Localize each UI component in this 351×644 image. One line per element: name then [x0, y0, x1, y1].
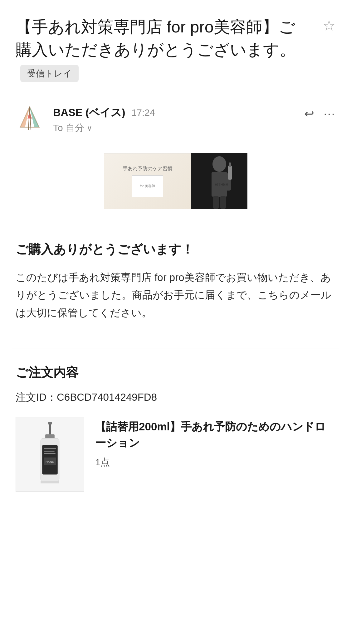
order-section-title: ご注文内容 [16, 364, 335, 381]
action-buttons: ↩ ··· [304, 104, 335, 121]
svg-rect-26 [41, 481, 59, 483]
sender-time: 17:24 [132, 107, 155, 118]
banner-left-card: for 美容師 [132, 175, 163, 197]
banner-left-text: 手あれ予防のケア習慣 [123, 166, 173, 172]
sender-avatar [16, 104, 44, 132]
svg-rect-21 [44, 448, 56, 449]
svg-rect-23 [44, 453, 56, 454]
product-name: 【詰替用200ml】手あれ予防のためのハンドローション [95, 419, 335, 451]
svg-text:EITHER: EITHER [215, 182, 228, 187]
banner-composite: 手あれ予防のケア習慣 for 美容師 [104, 153, 247, 209]
email-container: 【手あれ対策専門店 for pro美容師】ご購入いただきありがとうございます。 … [0, 0, 351, 504]
product-item: HAND 【詰替用200ml】手あれ予防のためのハンドローション 1点 [16, 417, 335, 492]
svg-rect-16 [48, 422, 52, 424]
more-button[interactable]: ··· [324, 107, 335, 121]
email-title: 【手あれ対策専門店 for pro美容師】ご購入いただきありがとうございます。 … [16, 16, 335, 84]
svg-rect-13 [213, 196, 219, 209]
sender-name-row: BASE (ベイス) 17:24 [53, 105, 295, 120]
order-id: 注文ID：C6BCD74014249FD8 [16, 390, 335, 404]
sender-to[interactable]: To 自分 ∨ [53, 122, 295, 134]
svg-rect-10 [228, 166, 232, 180]
order-section: ご注文内容 注文ID：C6BCD74014249FD8 [0, 355, 351, 504]
svg-rect-17 [49, 424, 51, 435]
banner-right: EITHER [191, 153, 247, 209]
sender-info: BASE (ベイス) 17:24 To 自分 ∨ [53, 104, 295, 134]
svg-rect-14 [220, 196, 226, 209]
product-image: HAND [16, 417, 84, 492]
svg-point-7 [212, 156, 226, 172]
product-qty: 1点 [95, 456, 335, 469]
body-heading: ご購入ありがとうございます！ [16, 241, 335, 258]
email-body: ご購入ありがとうございます！ このたびは手あれ対策専門店 for pro美容師で… [0, 228, 351, 341]
svg-rect-22 [44, 451, 55, 452]
star-icon[interactable]: ☆ [323, 17, 335, 34]
sender-row: BASE (ベイス) 17:24 To 自分 ∨ ↩ ··· [0, 93, 351, 144]
reply-button[interactable]: ↩ [304, 107, 314, 121]
product-info: 【詰替用200ml】手あれ予防のためのハンドローション 1点 [95, 417, 335, 469]
chevron-down-icon: ∨ [87, 124, 92, 133]
inbox-badge[interactable]: 受信トレイ [20, 65, 79, 82]
divider-2 [12, 348, 339, 348]
body-paragraph: このたびは手あれ対策専門店 for pro美容師でお買い物いただき、ありがとうご… [16, 269, 335, 321]
email-header: 【手あれ対策専門店 for pro美容師】ご購入いただきありがとうございます。 … [0, 0, 351, 93]
svg-rect-11 [229, 162, 231, 167]
banner-left: 手あれ予防のケア習慣 for 美容師 [104, 153, 191, 209]
title-text: 【手あれ対策専門店 for pro美容師】ご購入いただきありがとうございます。 [16, 18, 296, 59]
sender-name: BASE (ベイス) [53, 105, 125, 120]
svg-text:HAND: HAND [46, 460, 54, 463]
banner-area: 手あれ予防のケア習慣 for 美容師 [0, 144, 351, 215]
divider-1 [12, 222, 339, 222]
